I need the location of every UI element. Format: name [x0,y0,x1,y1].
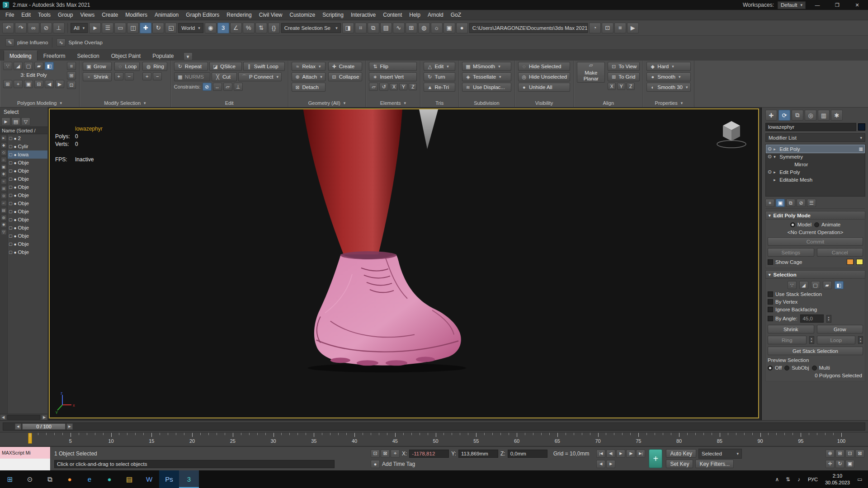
spline-overlap-label[interactable]: Spline Overlap [68,40,102,45]
shrink-selection-button[interactable]: Shrink [768,325,814,333]
browser-icon[interactable]: ● [99,470,119,488]
display-bones-icon[interactable]: ⌐ [1,200,7,206]
collapse-stack-icon[interactable]: ⊟ [34,80,43,88]
next-frame-button[interactable]: ▶ [606,460,615,468]
scene-object-row[interactable]: ▢ ● Obje [8,216,47,224]
constraint-edge-icon[interactable]: ↔ [213,83,222,91]
next-frame-arrow-icon[interactable]: ▶ [66,423,73,430]
explorer-display-icon[interactable]: ▤ [11,117,20,126]
align-icon[interactable]: ⌗ [355,23,367,33]
material-editor-icon[interactable]: ◍ [418,23,430,33]
network-icon[interactable]: ⇅ [783,476,793,483]
scene-object-row[interactable]: ▢ ● Obje [8,232,47,240]
tab-freeform[interactable]: Freeform [38,51,71,61]
task-view-icon[interactable]: ⧉ [40,470,60,488]
schematic-view-icon[interactable]: ⊞ [406,23,417,33]
tessellate-button[interactable]: ◈Tessellate▾ [462,72,511,81]
object-visibility-icon[interactable]: ● [14,152,17,157]
menu-item[interactable]: Content [379,10,406,19]
viewport-canvas[interactable] [50,109,758,418]
panel-label-elements[interactable]: Elements▾ [369,99,417,107]
scene-object-row[interactable]: ▢ ● Cylir [8,142,47,150]
project-folder-field[interactable]: C:\Users\JARAGONZE\Documents\3ds Max 202… [469,23,588,33]
create-key-button[interactable]: + [649,449,662,468]
elements-z-toggle[interactable]: Z [409,83,417,90]
menu-item[interactable]: Modifiers [122,10,151,19]
object-visibility-icon[interactable]: ● [14,193,17,198]
edge-mode-icon[interactable]: ◢ [799,281,808,289]
insert-vert-button[interactable]: ∗Insert Vert [369,72,417,81]
search-icon[interactable]: ⊙ [20,470,40,488]
panel-label-properties[interactable]: Properties▾ [646,99,691,107]
constraint-none-icon[interactable]: ⊘ [203,83,212,91]
loop-shrink-button[interactable]: − [125,72,134,80]
loop-selection-button[interactable]: Loop [817,336,856,344]
display-tab-icon[interactable]: ▥ [818,110,830,121]
percent-snap-icon[interactable]: % [243,23,255,33]
configure-modifier-icon[interactable]: ⊞ [67,71,76,80]
go-to-start-button[interactable]: |◀ [596,450,605,458]
elements-x-toggle[interactable]: X [390,83,398,90]
object-visibility-icon[interactable]: ● [14,185,17,190]
previous-frame-arrow-icon[interactable]: ◀ [15,423,21,430]
time-tag-icon[interactable]: ● [371,460,380,468]
select-and-move-icon[interactable]: ✚ [140,23,151,33]
explorer-name-column-header[interactable]: Name (Sorted / [0,127,47,134]
3dsmax-icon[interactable]: 3 [179,470,199,488]
stack-editable-mesh[interactable]: ⊙ ▸ Editable Mesh [766,176,864,183]
ignore-backfacing-checkbox[interactable]: Ignore Backfacing [768,307,863,312]
perspective-viewport[interactable]: lowazephyr Polys:0 Verts:0 FPS:Inactive [49,108,759,418]
explorer-filter-icon[interactable]: ▽ [21,117,30,126]
open-autodesk-app-icon[interactable]: ⊡ [602,23,613,33]
msmooth-button[interactable]: ▦MSmooth▾ [462,62,511,71]
set-key-button[interactable]: Set Key [666,460,693,468]
panel-label-align[interactable]: Align [577,99,640,107]
display-frozen-icon[interactable]: ✱ [1,222,7,228]
detach-button[interactable]: ⊠Detach [292,83,326,92]
next-modifier-icon[interactable]: ▶ [55,80,64,88]
motion-tab-icon[interactable]: ◎ [805,110,816,121]
re-tri-button[interactable]: ▲Re-Tri [424,83,455,92]
selection-lock-toggle-icon[interactable]: ⊠ [381,450,390,458]
panel-label-edit[interactable]: Edit [174,99,285,107]
close-button[interactable]: ✕ [849,0,865,10]
use-displacement-button[interactable]: ≋Use Displac... [462,83,511,92]
layer-manager-icon[interactable]: ⧉ [368,23,379,33]
object-visibility-icon[interactable]: ● [14,217,17,222]
loop-spinner[interactable]: ▲▼ [858,336,863,344]
display-groups-icon[interactable]: ⊞ [1,186,7,192]
align-y-button[interactable]: Y [617,83,625,90]
display-shapes-icon[interactable]: ◇ [1,150,7,155]
menu-item[interactable]: File [2,10,18,19]
zoom-all-icon[interactable]: ⊞ [835,450,844,458]
panel-label-subdivision[interactable]: Subdivision [462,99,511,107]
object-visibility-icon[interactable]: ● [14,144,17,149]
render-setup-icon[interactable]: ☼ [431,23,443,33]
flip-button[interactable]: ⇅Flip [369,62,417,71]
display-geometry-icon[interactable]: ◆ [1,142,7,148]
firefox-icon[interactable]: ● [60,470,80,488]
menu-item[interactable]: Group [54,10,76,19]
object-name-field[interactable]: lowazephyr [765,123,856,131]
scene-object-row[interactable]: ▢ ● Obje [8,207,47,216]
menu-item[interactable]: Customize [286,10,319,19]
hide-selected-button[interactable]: ◌Hide Selected [518,62,570,71]
expand-icon[interactable]: ▸ [774,147,778,151]
scene-object-row[interactable]: ▢ ● Obje [8,199,47,207]
panel-label-visibility[interactable]: Visibility [518,99,570,107]
object-visibility-icon[interactable]: ● [14,169,17,174]
pin-stack-icon[interactable]: ⌖ [765,199,774,207]
object-visibility-icon[interactable]: ● [14,209,17,214]
orbit-icon[interactable]: ↻ [835,460,844,468]
zoom-extents-icon[interactable]: ⊡ [845,450,854,458]
filter-selection-icon[interactable]: ▽ [1,229,7,235]
play-button[interactable]: ▶ [616,450,625,458]
align-to-view-button[interactable]: ⊡To View [608,62,640,71]
element-subobject-icon[interactable]: ◧ [45,62,54,70]
select-and-link-icon[interactable]: ∞ [28,23,39,33]
stack-edit-poly-1[interactable]: ⊙ ▸ Edit Poly ▦ [766,145,864,153]
display-containers-icon[interactable]: ▤ [1,207,7,213]
menu-item[interactable]: Help [406,10,424,19]
configure-modifier-sets-icon[interactable]: ☰ [807,199,816,207]
display-helpers-icon[interactable]: ✚ [1,171,7,177]
